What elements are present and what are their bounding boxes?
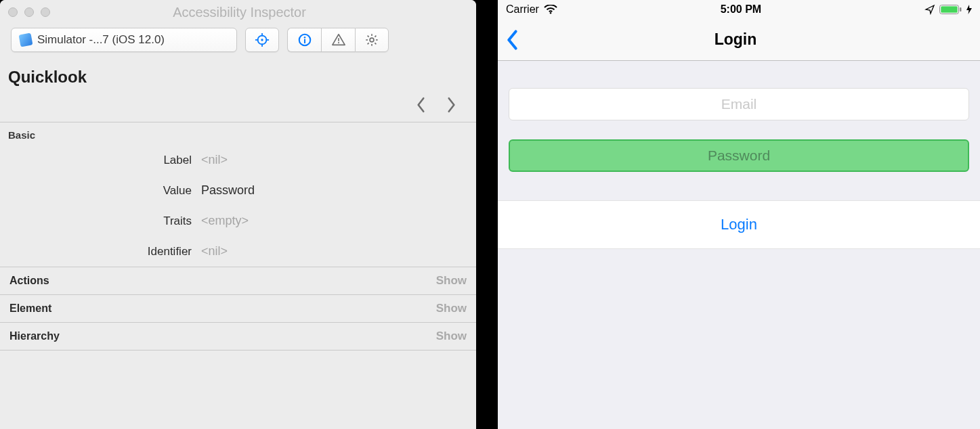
svg-line-19	[375, 36, 376, 37]
element-header: Element	[9, 302, 51, 315]
point-inspect-button[interactable]	[245, 28, 279, 52]
prop-key: Identifier	[8, 245, 201, 258]
email-placeholder: Email	[721, 96, 757, 112]
actions-header: Actions	[9, 275, 49, 287]
window-title: Accessibility Inspector	[50, 5, 429, 20]
wifi-icon	[544, 5, 557, 14]
prop-value-traits: <empty>	[201, 214, 249, 228]
window-titlebar: Accessibility Inspector	[0, 0, 476, 24]
ios-simulator-screen: Carrier 5:00 PM Login Email Password Log…	[498, 0, 980, 429]
mode-group	[287, 28, 389, 52]
actions-show-toggle[interactable]: Show	[436, 274, 467, 288]
battery-icon	[939, 5, 962, 14]
accessibility-inspector-window: Accessibility Inspector Simulator -...7 …	[0, 0, 476, 429]
basic-section-header: Basic	[0, 122, 476, 145]
svg-rect-8	[303, 39, 305, 43]
prop-value-label: <nil>	[201, 153, 228, 167]
svg-point-5	[261, 39, 263, 41]
prop-value-value: Password	[201, 183, 255, 198]
location-icon	[924, 4, 935, 15]
hierarchy-header: Hierarchy	[9, 330, 60, 342]
hierarchy-section[interactable]: Hierarchy Show	[0, 323, 476, 351]
next-element-button[interactable]	[445, 96, 457, 114]
chevron-left-icon	[415, 96, 427, 114]
password-field[interactable]: Password	[509, 139, 969, 172]
prop-value-identifier: <nil>	[201, 244, 228, 258]
previous-element-button[interactable]	[415, 96, 427, 114]
simulator-icon	[19, 33, 33, 47]
zoom-window-icon[interactable]	[41, 7, 50, 17]
prop-key: Value	[8, 184, 201, 198]
warning-icon	[331, 32, 346, 47]
svg-point-10	[337, 42, 339, 43]
nav-title: Login	[499, 30, 972, 49]
target-selector[interactable]: Simulator -...7 (iOS 12.0)	[11, 28, 237, 52]
login-button-row: Login	[498, 200, 980, 249]
actions-section[interactable]: Actions Show	[0, 267, 476, 295]
nav-bar: Login	[498, 19, 980, 61]
prop-key: Label	[8, 154, 201, 167]
svg-line-17	[375, 43, 376, 44]
element-show-toggle[interactable]: Show	[436, 302, 467, 315]
prop-row-value: Value Password	[0, 175, 476, 206]
status-time: 5:00 PM	[557, 3, 924, 16]
login-button[interactable]: Login	[721, 216, 757, 233]
carrier-label: Carrier	[506, 3, 539, 16]
audit-tab[interactable]	[321, 28, 355, 52]
hierarchy-show-toggle[interactable]: Show	[436, 330, 467, 343]
prop-key: Traits	[8, 214, 201, 228]
gap	[476, 0, 498, 429]
quicklook-heading: Quicklook	[0, 58, 476, 93]
minimize-window-icon[interactable]	[24, 7, 34, 17]
svg-rect-9	[338, 38, 339, 41]
target-selector-label: Simulator -...7 (iOS 12.0)	[37, 33, 228, 47]
svg-point-20	[550, 12, 551, 14]
charging-icon	[966, 5, 972, 14]
login-form: Email Password	[498, 61, 980, 191]
gear-icon	[364, 32, 379, 47]
svg-point-7	[303, 37, 305, 39]
prop-row-identifier: Identifier <nil>	[0, 236, 476, 267]
password-placeholder: Password	[708, 148, 770, 164]
svg-line-18	[368, 43, 369, 44]
email-field[interactable]: Email	[509, 88, 969, 120]
inspection-tab[interactable]	[287, 28, 321, 52]
close-window-icon[interactable]	[8, 7, 18, 17]
svg-line-16	[368, 36, 369, 37]
inspector-toolbar: Simulator -...7 (iOS 12.0)	[0, 24, 476, 58]
svg-point-11	[370, 38, 374, 42]
crosshair-icon	[255, 32, 270, 47]
traffic-lights[interactable]	[8, 7, 50, 17]
chevron-right-icon	[445, 96, 457, 114]
prop-row-label: Label <nil>	[0, 145, 476, 175]
svg-rect-23	[960, 7, 962, 12]
element-nav	[0, 93, 476, 122]
svg-rect-22	[941, 6, 957, 12]
info-icon	[297, 32, 312, 47]
status-bar: Carrier 5:00 PM	[498, 0, 980, 19]
prop-row-traits: Traits <empty>	[0, 206, 476, 236]
settings-tab[interactable]	[355, 28, 389, 52]
element-section[interactable]: Element Show	[0, 295, 476, 323]
